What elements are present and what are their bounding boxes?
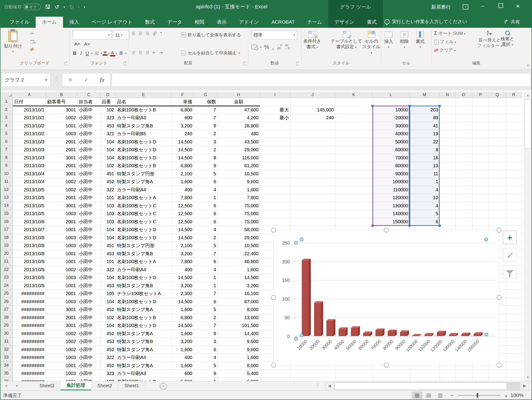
increase-indent-icon[interactable]: ⇥ bbox=[159, 50, 163, 55]
zoom-out-icon[interactable]: − bbox=[450, 392, 454, 399]
row-header-28[interactable]: 28 bbox=[0, 314, 13, 322]
cell-F20[interactable]: 3,200 bbox=[173, 250, 192, 258]
cell-F24[interactable]: 3,200 bbox=[173, 282, 192, 290]
cell-E11[interactable]: 特製スタンプ角A bbox=[117, 178, 170, 186]
cell-D5[interactable]: 321 bbox=[102, 130, 114, 138]
column-header-F[interactable]: F bbox=[172, 92, 194, 98]
cell-A28[interactable]: ######### bbox=[14, 314, 44, 322]
cell-E17[interactable]: 名刺100枚セットD bbox=[117, 226, 170, 234]
cell-C17[interactable]: 小田中 bbox=[79, 226, 99, 234]
scroll-up-icon[interactable]: ▲ bbox=[524, 92, 532, 99]
normal-view-icon[interactable]: ▦ bbox=[412, 391, 423, 399]
cell-G19[interactable]: 5 bbox=[195, 241, 216, 250]
row-header-36[interactable]: 36 bbox=[0, 378, 13, 381]
row-header-29[interactable]: 29 bbox=[0, 322, 13, 330]
cell-F15[interactable]: 12,500 bbox=[173, 210, 192, 218]
cell-A7[interactable]: 2013/10/3 bbox=[14, 146, 44, 154]
cell-C18[interactable]: 小田中 bbox=[79, 234, 99, 242]
cell-G21[interactable]: 6 bbox=[195, 258, 216, 266]
cell-G36[interactable]: 1 bbox=[195, 378, 216, 381]
cell-G17[interactable]: 4 bbox=[195, 226, 216, 234]
cell-C24[interactable]: 小田中 bbox=[79, 282, 99, 290]
cell-E9[interactable]: 名刺100枚セットB bbox=[117, 162, 170, 170]
wrap-text-button[interactable]: ↩ 折り返して全体を表示する bbox=[181, 32, 241, 38]
hscroll-left-icon[interactable]: ◀ bbox=[325, 382, 334, 390]
ribbon-tab-2[interactable]: 挿入 bbox=[63, 17, 85, 28]
cell-D11[interactable]: 452 bbox=[102, 178, 114, 186]
ribbon-tab-3[interactable]: ページ レイアウト bbox=[85, 17, 139, 28]
cell-G10[interactable]: 5 bbox=[195, 170, 216, 178]
column-header-L[interactable]: L bbox=[372, 92, 410, 98]
cell-C7[interactable]: 小田中 bbox=[79, 146, 99, 154]
cell-D34[interactable]: 452 bbox=[102, 362, 114, 370]
number-dialog-launcher-icon[interactable] bbox=[296, 62, 300, 65]
row-header-3[interactable]: 3 bbox=[0, 114, 13, 122]
chart-styles-button[interactable] bbox=[503, 248, 516, 261]
paste-button[interactable]: 貼り付け ▾ bbox=[4, 30, 22, 53]
cell-H27[interactable]: 8,000 bbox=[219, 305, 259, 314]
row-header-7[interactable]: 7 bbox=[0, 146, 13, 154]
cell-C15[interactable]: 小田中 bbox=[79, 210, 99, 218]
cell-B27[interactable]: 3001 bbox=[47, 305, 76, 314]
cell-H2[interactable]: 47,600 bbox=[219, 106, 259, 114]
row-header-30[interactable]: 30 bbox=[0, 330, 13, 338]
cell-A4[interactable]: 2013/10/2 bbox=[14, 122, 44, 130]
cell-G11[interactable]: 6 bbox=[195, 178, 216, 186]
cell-max-label[interactable]: 最大 bbox=[261, 106, 289, 114]
column-header-G[interactable]: G bbox=[194, 92, 217, 98]
cell-F2[interactable]: 6,800 bbox=[173, 106, 192, 114]
cell-C20[interactable]: 小田中 bbox=[79, 250, 99, 258]
cell-E3[interactable]: カラー印刷A3 bbox=[117, 114, 170, 122]
cell-A32[interactable]: ######### bbox=[14, 346, 44, 354]
accounting-format-icon[interactable] bbox=[251, 45, 257, 49]
row-header-34[interactable]: 34 bbox=[0, 362, 13, 370]
cell-G5[interactable]: 2 bbox=[195, 130, 216, 138]
clear-button[interactable]: クリア ▾ bbox=[434, 47, 456, 53]
undo-icon[interactable]: ↺ bbox=[55, 4, 59, 10]
cell-F25[interactable]: 2,300 bbox=[173, 290, 192, 298]
cell-H4[interactable]: 28,800 bbox=[219, 122, 259, 130]
cell-B18[interactable]: 1003 bbox=[47, 234, 76, 242]
cell-D24[interactable]: 453 bbox=[102, 282, 114, 290]
column-header-R[interactable]: R bbox=[506, 92, 522, 98]
cell-G9[interactable]: 9 bbox=[195, 162, 216, 170]
cell-F7[interactable]: 14,500 bbox=[173, 146, 192, 154]
cell-B10[interactable]: 3001 bbox=[47, 170, 76, 178]
fill-button[interactable]: ↓ フィル ▾ bbox=[434, 39, 456, 45]
cell-C22[interactable]: 小田中 bbox=[79, 266, 99, 274]
cell-E18[interactable]: 名刺100枚セットD bbox=[117, 234, 170, 242]
cell-B16[interactable]: 2001 bbox=[47, 218, 76, 226]
qat-customize-icon[interactable]: ▾ bbox=[84, 5, 85, 9]
chart-selection-handle[interactable] bbox=[497, 363, 502, 368]
font-color-button[interactable]: A bbox=[110, 50, 115, 56]
cell-F28[interactable]: 6,800 bbox=[173, 314, 192, 322]
cell-H31[interactable]: 9,600 bbox=[219, 337, 259, 346]
row-header-15[interactable]: 15 bbox=[0, 210, 13, 218]
ribbon-tab-6[interactable]: 校閲 bbox=[188, 17, 210, 28]
cell-C10[interactable]: 小田中 bbox=[79, 170, 99, 178]
find-select-button[interactable]: 検索と選択 ▾ bbox=[501, 31, 514, 48]
column-header-Q[interactable]: Q bbox=[489, 92, 506, 98]
cell-F21[interactable]: 7,800 bbox=[173, 258, 192, 266]
cell-B29[interactable]: 3001 bbox=[47, 322, 76, 330]
cut-icon[interactable]: ✂ bbox=[30, 31, 34, 36]
column-header-P[interactable]: P bbox=[472, 92, 489, 98]
cell-H9[interactable]: 61,200 bbox=[219, 162, 259, 170]
zoom-slider[interactable] bbox=[458, 395, 500, 396]
row-header-24[interactable]: 24 bbox=[0, 282, 13, 290]
borders-icon[interactable]: ⊞ bbox=[93, 51, 100, 56]
autosum-button[interactable]: Σ オート SUM ▾ bbox=[434, 30, 466, 36]
row-header-17[interactable]: 17 bbox=[0, 226, 13, 234]
chart-selection-handle[interactable] bbox=[271, 363, 276, 368]
row-header-1[interactable]: 1 bbox=[0, 98, 13, 106]
cell-B34[interactable]: 1001 bbox=[47, 362, 76, 370]
row-header-31[interactable]: 31 bbox=[0, 337, 13, 346]
cell-D30[interactable]: 452 bbox=[102, 330, 114, 338]
share-button[interactable]: ↱ 共有 bbox=[504, 19, 520, 25]
header-cell-E1[interactable]: 品名 bbox=[117, 98, 170, 106]
cell-F35[interactable]: 600 bbox=[173, 369, 192, 378]
cell-B13[interactable]: 2001 bbox=[47, 194, 76, 202]
cell-D6[interactable]: 104 bbox=[102, 138, 114, 146]
comma-style-icon[interactable]: , bbox=[272, 43, 274, 51]
cell-G32[interactable]: 6 bbox=[195, 346, 216, 354]
